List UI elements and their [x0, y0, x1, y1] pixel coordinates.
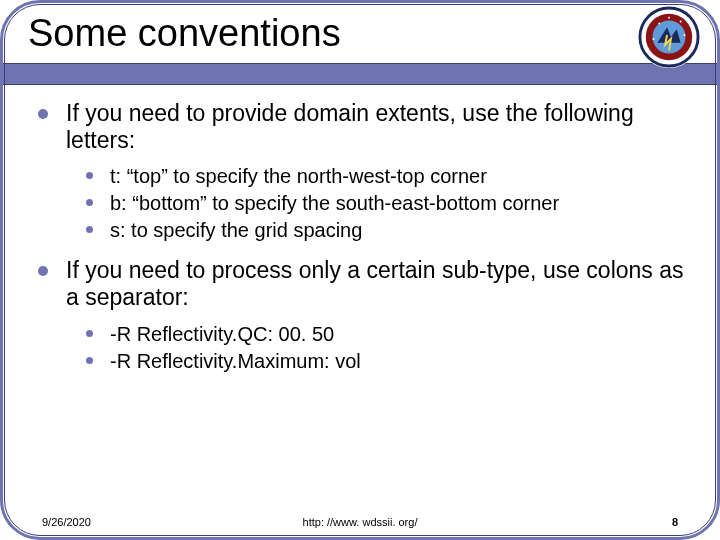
nssl-logo-icon	[638, 6, 700, 68]
svg-point-6	[653, 38, 655, 40]
header: Some conventions	[0, 8, 720, 55]
bullet-text: If you need to provide domain extents, u…	[66, 100, 634, 153]
svg-point-5	[684, 34, 686, 36]
slide-root: Some conventions If you need to provide …	[0, 0, 720, 540]
sub-bullet-item: b: “bottom” to specify the south-east-bo…	[84, 191, 684, 216]
sub-bullet-item: s: to specify the grid spacing	[84, 218, 684, 243]
footer-url: http: //www. wdssii. org/	[0, 516, 720, 528]
sub-bullet-text: t: “top” to specify the north-west-top c…	[110, 165, 487, 187]
svg-point-4	[680, 21, 682, 23]
sub-bullet-item: -R Reflectivity.Maximum: vol	[84, 349, 684, 374]
sub-bullet-item: -R Reflectivity.QC: 00. 50	[84, 322, 684, 347]
bullet-text: If you need to process only a certain su…	[66, 257, 684, 310]
svg-point-7	[668, 17, 670, 19]
svg-point-3	[658, 22, 660, 24]
sub-bullet-text: -R Reflectivity.Maximum: vol	[110, 350, 361, 372]
sub-bullet-text: -R Reflectivity.QC: 00. 50	[110, 323, 334, 345]
slide-title: Some conventions	[28, 12, 720, 55]
sub-bullet-text: b: “bottom” to specify the south-east-bo…	[110, 192, 559, 214]
sub-bullet-item: t: “top” to specify the north-west-top c…	[84, 164, 684, 189]
accent-bar	[0, 63, 720, 85]
bullet-item: If you need to process only a certain su…	[36, 257, 684, 373]
bullet-item: If you need to provide domain extents, u…	[36, 100, 684, 243]
footer: 9/26/2020 http: //www. wdssii. org/ 8	[0, 510, 720, 530]
footer-page: 8	[672, 516, 678, 528]
sub-bullet-text: s: to specify the grid spacing	[110, 219, 362, 241]
content-body: If you need to provide domain extents, u…	[36, 100, 684, 480]
